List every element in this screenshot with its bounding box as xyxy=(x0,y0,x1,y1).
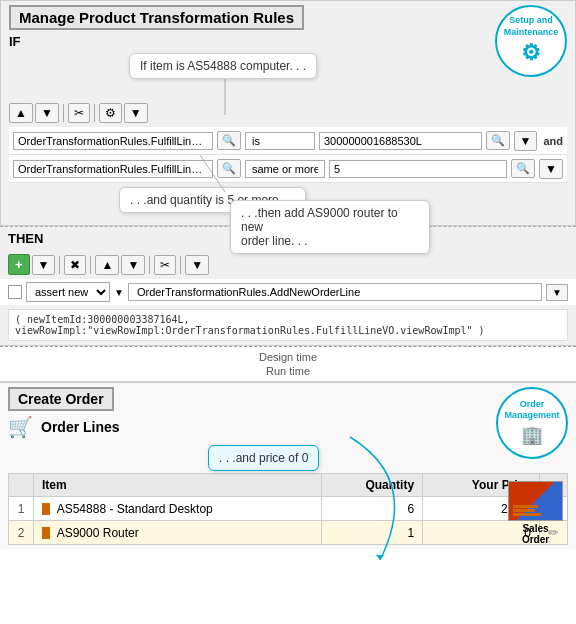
run-time-label: Run time xyxy=(266,365,310,377)
then-down-btn[interactable]: ▼ xyxy=(121,255,145,275)
assert-class-field[interactable] xyxy=(128,283,542,301)
col-item: Item xyxy=(34,474,322,497)
then-more2-btn[interactable]: ▼ xyxy=(185,255,209,275)
rule-row-1: 🔍 🔍 ▼ and xyxy=(9,127,567,155)
toolbar-divider-1 xyxy=(63,104,64,122)
rule-and-label-1: and xyxy=(543,135,563,147)
rule-field-1[interactable] xyxy=(13,132,213,150)
qty-2[interactable] xyxy=(322,521,423,545)
if-more-button[interactable]: ▼ xyxy=(124,103,148,123)
rule-search-btn-2b[interactable]: 🔍 xyxy=(511,159,535,178)
rule-op-2[interactable] xyxy=(245,160,325,178)
assert-dropdown-arrow: ▼ xyxy=(114,287,124,298)
then-delete-btn[interactable]: ✖ xyxy=(64,255,86,275)
row-num-2: 2 xyxy=(9,521,34,545)
col-quantity: Quantity xyxy=(322,474,423,497)
order-table: Item Quantity Your Price 1 AS54888 - Sta… xyxy=(8,473,568,545)
rule-more-btn-2[interactable]: ▼ xyxy=(539,159,563,179)
then-callout: . . .then add AS9000 router to new order… xyxy=(230,200,430,254)
table-row: 1 AS54888 - Standard Desktop 2,505 ✏ xyxy=(9,497,568,521)
if-toolbar: ▲ ▼ ✂ ⚙ ▼ xyxy=(9,99,567,127)
then-divider-4 xyxy=(180,256,181,274)
design-time-label: Design time xyxy=(259,351,317,363)
top-section: Manage Product Transformation Rules Setu… xyxy=(0,0,576,226)
then-section: THEN + ▼ ✖ ▲ ▼ ✂ ▼ . . .then add AS9000 … xyxy=(0,226,576,346)
assert-row: assert new ▼ ▼ xyxy=(0,279,576,305)
rule-search-btn-1[interactable]: 🔍 xyxy=(217,131,241,150)
order-lines-title: Order Lines xyxy=(41,419,120,435)
toolbar-divider-2 xyxy=(94,104,95,122)
assert-checkbox[interactable] xyxy=(8,285,22,299)
col-num xyxy=(9,474,34,497)
row-num-1: 1 xyxy=(9,497,34,521)
order-mgmt-label: OrderManagement xyxy=(504,399,559,422)
cart-icon: 🛒 xyxy=(8,415,33,439)
then-divider-2 xyxy=(90,256,91,274)
setup-label: Setup andMaintenance xyxy=(504,15,559,38)
then-toolbar: + ▼ ✖ ▲ ▼ ✂ ▼ . . .then add AS9000 route… xyxy=(0,250,576,279)
if-callout-1: If item is AS54888 computer. . . xyxy=(129,53,317,79)
sales-order-badge[interactable]: Sales Order xyxy=(503,481,568,545)
time-labels: Design time Run time xyxy=(0,346,576,381)
then-add-button[interactable]: + xyxy=(8,254,30,275)
then-cut-btn[interactable]: ✂ xyxy=(154,255,176,275)
if-down-button[interactable]: ▼ xyxy=(35,103,59,123)
then-divider-3 xyxy=(149,256,150,274)
table-row: 2 AS9000 Router 0 ✏ xyxy=(9,521,568,545)
create-order-section: Create Order OrderManagement 🏢 🛒 Order L… xyxy=(0,381,576,549)
if-up-button[interactable]: ▲ xyxy=(9,103,33,123)
rule-op-1[interactable] xyxy=(245,132,315,150)
order-lines-header: 🛒 Order Lines xyxy=(8,415,568,439)
qty-1[interactable] xyxy=(322,497,423,521)
then-up-btn[interactable]: ▲ xyxy=(95,255,119,275)
rule-val-2[interactable] xyxy=(329,160,507,178)
page-title: Manage Product Transformation Rules xyxy=(9,5,304,30)
top-wrapper: Manage Product Transformation Rules Setu… xyxy=(0,0,576,381)
assert-class-arrow[interactable]: ▼ xyxy=(546,284,568,301)
svg-marker-3 xyxy=(376,555,384,560)
price-callout: . . .and price of 0 xyxy=(208,445,319,471)
then-divider-1 xyxy=(59,256,60,274)
if-label: IF xyxy=(9,34,567,49)
item-indicator-2 xyxy=(42,527,50,539)
rule-val-1[interactable] xyxy=(319,132,482,150)
sales-order-label: Sales Order xyxy=(503,523,568,545)
if-cut-button[interactable]: ✂ xyxy=(68,103,90,123)
item-2: AS9000 Router xyxy=(34,521,322,545)
if-settings-button[interactable]: ⚙ xyxy=(99,103,122,123)
code-block: ( newItemId:300000003387164L, viewRowImp… xyxy=(8,309,568,341)
rule-field-2[interactable] xyxy=(13,160,213,178)
assert-new-select[interactable]: assert new xyxy=(26,282,110,302)
create-order-title: Create Order xyxy=(8,387,114,411)
then-more-btn[interactable]: ▼ xyxy=(32,255,56,275)
item-1: AS54888 - Standard Desktop xyxy=(34,497,322,521)
rule-search-btn-2[interactable]: 🔍 xyxy=(217,159,241,178)
rule-more-btn-1[interactable]: ▼ xyxy=(514,131,538,151)
item-indicator-1 xyxy=(42,503,50,515)
rule-row-2: 🔍 🔍 ▼ xyxy=(9,155,567,183)
rule-search-btn-1b[interactable]: 🔍 xyxy=(486,131,510,150)
